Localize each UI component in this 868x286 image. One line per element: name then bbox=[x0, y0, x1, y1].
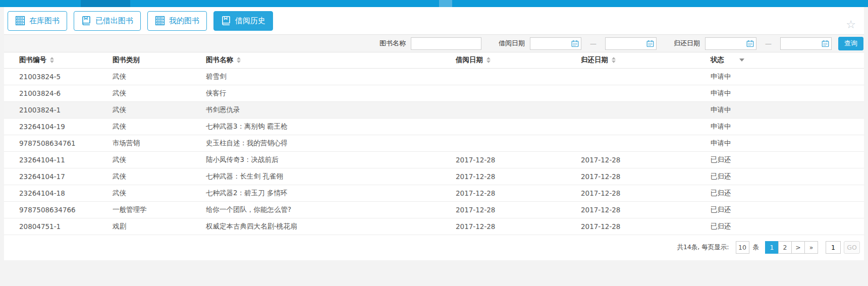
cell-borrow-date: 2017-12-28 bbox=[452, 218, 577, 235]
cell-borrow-date bbox=[452, 68, 577, 85]
cell-return-date: 2017-12-28 bbox=[577, 218, 707, 235]
borrow-date-to-input[interactable] bbox=[605, 37, 657, 50]
table-row[interactable]: 21003824-5 武侠 碧雪剑 申请中 bbox=[4, 68, 864, 85]
topbar-active-segment bbox=[81, 0, 130, 7]
cell-book-name: 七种武器：长生剑 孔雀翎 bbox=[202, 168, 452, 185]
return-date-from-input[interactable] bbox=[705, 37, 756, 50]
book-icon bbox=[81, 16, 91, 26]
cell-borrow-date: 2017-12-28 bbox=[452, 168, 577, 185]
sort-icon[interactable] bbox=[612, 57, 616, 63]
tab-my-books[interactable]: 我的图书 bbox=[147, 11, 207, 31]
top-nav-bar bbox=[0, 0, 868, 7]
tab-borrowed-books[interactable]: 已借出图书 bbox=[74, 11, 141, 31]
book-name-label: 图书名称 bbox=[379, 39, 406, 48]
cell-book-id: 21003824-5 bbox=[4, 68, 108, 85]
tab-label: 借阅历史 bbox=[235, 16, 265, 26]
page-size-unit: 条 bbox=[753, 243, 760, 252]
borrow-date-from-input[interactable] bbox=[530, 37, 581, 50]
table-row[interactable]: 21003824-6 武侠 侠客行 申请中 bbox=[4, 85, 864, 101]
search-bar: 图书名称 借阅日期 — 归还日期 — 查询 bbox=[4, 34, 864, 52]
next-page-button[interactable]: > bbox=[791, 241, 805, 254]
cell-book-id: 23264104-17 bbox=[4, 168, 108, 185]
table-row[interactable]: 21003824-1 武侠 书剑恩仇录 申请中 bbox=[4, 101, 864, 118]
cell-borrow-date: 2017-12-28 bbox=[452, 201, 577, 218]
cell-borrow-date bbox=[452, 85, 577, 101]
cell-book-name: 陆小凤传奇3：决战前后 bbox=[202, 151, 452, 168]
cell-borrow-date bbox=[452, 101, 577, 118]
cell-category: 武侠 bbox=[108, 168, 202, 185]
cell-return-date: 2017-12-28 bbox=[577, 151, 707, 168]
page-size-box[interactable]: 10 bbox=[736, 241, 749, 254]
tab-books-in-stock[interactable]: 在库图书 bbox=[8, 11, 67, 31]
sort-icon[interactable] bbox=[50, 57, 54, 63]
cell-status: 已归还 bbox=[707, 168, 864, 185]
cell-book-name: 给你一个团队，你能怎么管? bbox=[202, 201, 452, 218]
bookshelf-icon bbox=[155, 16, 165, 26]
last-page-button[interactable]: » bbox=[804, 241, 818, 254]
cell-status: 申请中 bbox=[707, 135, 864, 151]
filter-caret-icon[interactable] bbox=[739, 59, 744, 62]
borrow-date-to-wrap bbox=[605, 37, 657, 50]
query-button[interactable]: 查询 bbox=[838, 37, 863, 50]
column-header-return-date: 归还日期 bbox=[577, 52, 707, 68]
table-row[interactable]: 9787508634766 一般管理学 给你一个团队，你能怎么管? 2017-1… bbox=[4, 201, 864, 218]
column-header-status: 状态 bbox=[707, 52, 864, 68]
return-date-to-input[interactable] bbox=[780, 37, 832, 50]
column-header-borrow-date: 借阅日期 bbox=[452, 52, 577, 68]
pagination-summary: 共14条, 每页显示: bbox=[677, 243, 729, 252]
cell-book-id: 23264104-11 bbox=[4, 151, 108, 168]
table-header-row: 图书编号 图书类别 图书名称 借阅日期 归还日期 状态 bbox=[4, 52, 864, 68]
cell-borrow-date: 2017-12-28 bbox=[452, 185, 577, 201]
cell-return-date: 2017-12-28 bbox=[577, 201, 707, 218]
page-jump-input[interactable] bbox=[826, 241, 841, 254]
tab-label: 在库图书 bbox=[29, 16, 60, 26]
tab-label: 我的图书 bbox=[169, 16, 199, 26]
pagination: 共14条, 每页显示: 10 条 1 2 > » GO bbox=[4, 235, 864, 260]
table-row[interactable]: 20804751-1 戏剧 权威定本古典四大名剧-桃花扇 2017-12-28 … bbox=[4, 218, 864, 235]
book-name-input[interactable] bbox=[411, 37, 481, 50]
main-content: 在库图书 已借出图书 我的图书 借阅历史 ☆ 图书名称 借阅日期 — 归还日期 bbox=[4, 7, 864, 260]
tab-label: 已借出图书 bbox=[95, 16, 133, 26]
cell-category: 武侠 bbox=[108, 85, 202, 101]
table-row[interactable]: 9787508634761 市场营销 史玉柱自述：我的营销心得 申请中 bbox=[4, 135, 864, 151]
cell-book-id: 21003824-1 bbox=[4, 101, 108, 118]
table-row[interactable]: 23264104-11 武侠 陆小凤传奇3：决战前后 2017-12-28 20… bbox=[4, 151, 864, 168]
go-button[interactable]: GO bbox=[844, 241, 860, 254]
cell-book-id: 23264104-18 bbox=[4, 185, 108, 201]
date-range-separator: — bbox=[765, 40, 772, 47]
borrow-history-table: 图书编号 图书类别 图书名称 借阅日期 归还日期 状态 bbox=[4, 52, 864, 235]
sort-icon[interactable] bbox=[237, 57, 241, 63]
cell-status: 申请中 bbox=[707, 101, 864, 118]
cell-category: 戏剧 bbox=[108, 218, 202, 235]
cell-book-id: 9787508634766 bbox=[4, 201, 108, 218]
favorite-star-icon[interactable]: ☆ bbox=[846, 19, 856, 30]
cell-borrow-date bbox=[452, 135, 577, 151]
sort-icon[interactable] bbox=[486, 57, 491, 63]
cell-return-date bbox=[577, 118, 707, 135]
book-icon bbox=[221, 16, 231, 26]
cell-status: 申请中 bbox=[707, 85, 864, 101]
cell-return-date: 2017-12-28 bbox=[577, 185, 707, 201]
cell-return-date bbox=[577, 85, 707, 101]
table-row[interactable]: 23264104-18 武侠 七种武器2：碧玉刀 多情环 2017-12-28 … bbox=[4, 185, 864, 201]
cell-book-name: 碧雪剑 bbox=[202, 68, 452, 85]
page-button-1[interactable]: 1 bbox=[765, 241, 779, 254]
table-row[interactable]: 23264104-17 武侠 七种武器：长生剑 孔雀翎 2017-12-28 2… bbox=[4, 168, 864, 185]
cell-borrow-date: 2017-12-28 bbox=[452, 151, 577, 168]
tab-borrow-history[interactable]: 借阅历史 bbox=[213, 11, 273, 31]
page-button-2[interactable]: 2 bbox=[778, 241, 792, 254]
cell-category: 一般管理学 bbox=[108, 201, 202, 218]
date-range-separator: — bbox=[590, 40, 596, 47]
tab-toolbar: 在库图书 已借出图书 我的图书 借阅历史 ☆ bbox=[4, 7, 864, 34]
cell-return-date bbox=[577, 68, 707, 85]
cell-category: 武侠 bbox=[108, 68, 202, 85]
cell-category: 市场营销 bbox=[108, 135, 202, 151]
cell-status: 申请中 bbox=[707, 118, 864, 135]
return-date-from-wrap bbox=[705, 37, 756, 50]
table-row[interactable]: 23264104-19 武侠 七种武器3：离别钩 霸王枪 申请中 bbox=[4, 118, 864, 135]
column-header-category: 图书类别 bbox=[108, 52, 202, 68]
cell-status: 已归还 bbox=[707, 218, 864, 235]
cell-status: 已归还 bbox=[707, 201, 864, 218]
cell-book-name: 权威定本古典四大名剧-桃花扇 bbox=[202, 218, 452, 235]
cell-return-date: 2017-12-28 bbox=[577, 168, 707, 185]
